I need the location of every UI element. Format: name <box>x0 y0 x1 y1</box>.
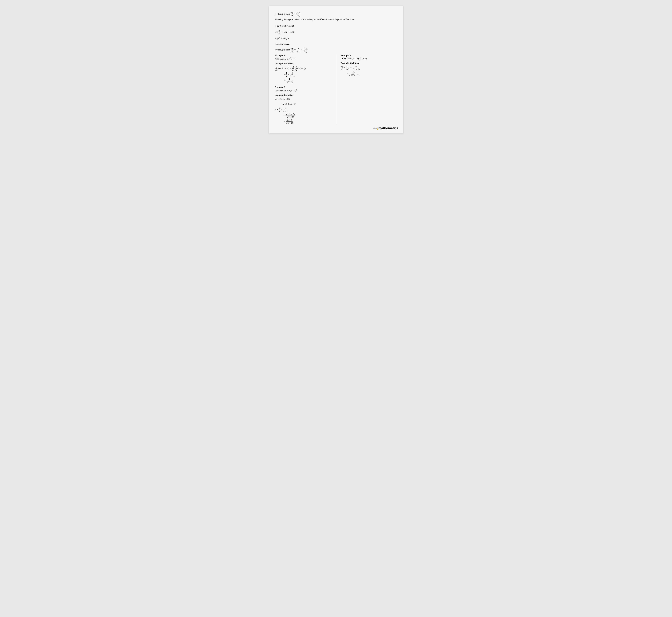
example3-sol-heading: Example 3 solution <box>341 62 397 64</box>
example2-sol-heading: Example 2 solution <box>275 94 332 96</box>
col-left: Example 1 Differentiate ln √x + 1 Exampl… <box>275 54 336 125</box>
example2-text: Differentiate ln x(x + 1)3 <box>275 89 332 92</box>
example2-solution: let y = ln x(x + 1)3 = ln x + 3ln(x + 1)… <box>275 97 332 124</box>
example2-heading: Example 2 <box>275 86 332 88</box>
example3-heading: Example 3 <box>341 54 397 57</box>
example1-solution: d dx (ln √x + 1 ) = d dx ( 1 2 <box>275 65 332 83</box>
brand-class-text: class <box>373 127 377 129</box>
col-right: Example 3 Differentiate y = log2(3x + 1)… <box>336 54 397 125</box>
main-page: y = loge f(x) then dy dx = f′(x) f(x) Kn… <box>269 6 403 134</box>
intro-text: Knowing the logarithm laws will also hel… <box>275 18 397 21</box>
brand-mathematics-text: jmathematics <box>377 126 398 130</box>
example1-heading: Example 1 <box>275 54 332 57</box>
diff-bases-formula: y = loga f(x) then dy dx = 1 ln a × f′(x… <box>275 47 397 53</box>
two-col-section: Example 1 Differentiate ln √x + 1 Exampl… <box>275 54 397 125</box>
law2: log a b = log a − log b <box>275 29 397 35</box>
law1: log a + log b = log ab <box>275 24 397 28</box>
intro-formula: y = loge f(x) then dy dx = f′(x) f(x) <box>275 11 397 17</box>
diff-bases-heading: Different bases: <box>275 43 397 46</box>
example3-text: Differentiate y = log2(3x + 1) <box>341 57 397 60</box>
brand: class jmathematics <box>373 126 398 130</box>
example1-sol-heading: Example 1 solution <box>275 62 332 65</box>
example1-text: Differentiate ln √x + 1 <box>275 57 332 61</box>
law3: log an = n log a <box>275 36 397 40</box>
example3-solution: dy dx = 1 ln 2 × 3 (3x + 1) <box>341 65 397 76</box>
